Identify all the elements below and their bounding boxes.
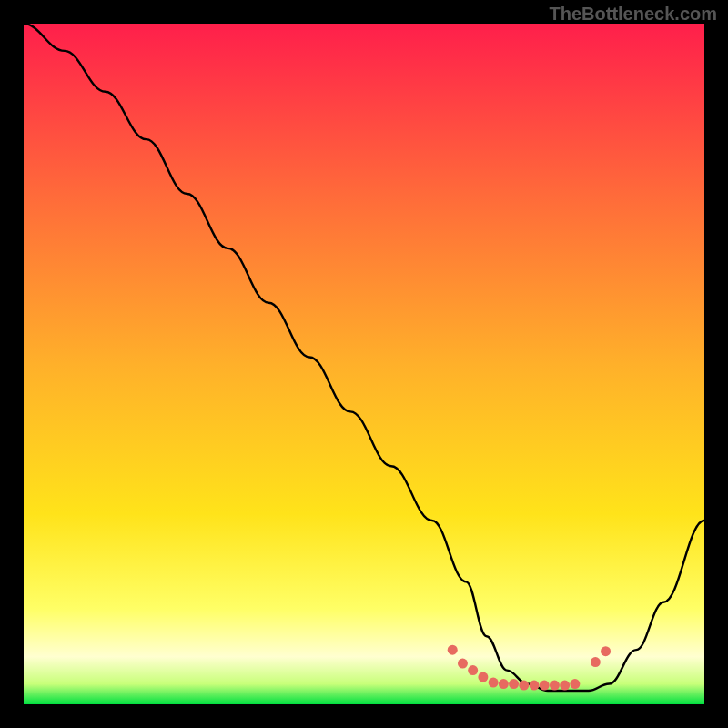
- curve-marker: [570, 679, 580, 689]
- curve-marker: [550, 681, 560, 691]
- curve-marker: [540, 681, 550, 691]
- curve-marker: [560, 681, 570, 691]
- chart-container: [24, 24, 704, 704]
- gradient-background: [24, 24, 704, 704]
- curve-marker: [601, 646, 611, 656]
- curve-marker: [489, 678, 499, 688]
- curve-marker: [468, 665, 478, 675]
- curve-marker: [591, 657, 601, 667]
- bottleneck-curve-chart: [24, 24, 704, 704]
- curve-marker: [448, 645, 458, 655]
- curve-marker: [530, 681, 540, 691]
- curve-marker: [519, 681, 529, 691]
- curve-marker: [509, 679, 519, 689]
- curve-marker: [458, 659, 468, 669]
- curve-marker: [499, 679, 509, 689]
- watermark-text: TheBottleneck.com: [550, 4, 717, 25]
- curve-marker: [478, 672, 488, 682]
